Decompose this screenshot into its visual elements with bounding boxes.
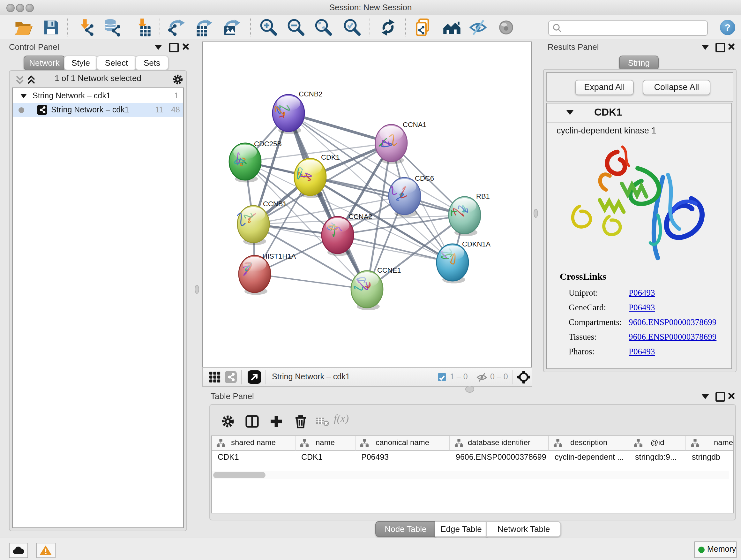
table-panel-float-icon[interactable] bbox=[716, 392, 725, 401]
network-canvas[interactable]: CCNB2 CCNA1 CDC25B CDK1 CDC6 bbox=[202, 42, 532, 368]
refresh-button[interactable] bbox=[379, 18, 398, 37]
network-from-clipboard-button[interactable] bbox=[414, 18, 433, 37]
fit-reposition-icon[interactable] bbox=[517, 370, 530, 384]
column-header--id[interactable]: @id bbox=[629, 436, 686, 451]
node-CDKN1A[interactable]: CDKN1A bbox=[436, 240, 491, 284]
left-splitter-handle[interactable] bbox=[195, 285, 199, 294]
show-eye-button[interactable] bbox=[496, 18, 516, 37]
control-panel-minimize-icon[interactable] bbox=[154, 45, 162, 50]
crosslink-link[interactable]: 9606.ENSP00000378699 bbox=[629, 317, 717, 327]
crosslink-label: Compartments: bbox=[569, 317, 622, 327]
table-panel-minimize-icon[interactable] bbox=[701, 394, 709, 399]
node-CDC6[interactable]: CDC6 bbox=[389, 174, 434, 217]
node-HIST1H1A[interactable]: HIST1H1A bbox=[239, 252, 296, 295]
grid-view-icon[interactable] bbox=[209, 371, 221, 383]
zoom-in-button[interactable] bbox=[259, 18, 278, 37]
export-table-icon bbox=[194, 18, 213, 37]
collapse-protein-icon[interactable] bbox=[566, 110, 574, 115]
home-string-button[interactable] bbox=[442, 18, 461, 37]
table-cell[interactable]: cyclin-dependent ... bbox=[555, 451, 629, 464]
table-cell[interactable]: 9606.ENSP00000378699 bbox=[456, 451, 548, 464]
save-session-button[interactable] bbox=[42, 18, 61, 37]
memory-button[interactable]: Memory bbox=[694, 542, 737, 558]
open-session-button[interactable] bbox=[13, 18, 32, 37]
tab-sets[interactable]: Sets bbox=[135, 56, 169, 70]
toolbar-separator bbox=[369, 18, 370, 37]
column-header-description[interactable]: description bbox=[549, 436, 629, 451]
network-node-count: 11 bbox=[147, 103, 163, 117]
column-header-shared-name[interactable]: shared name bbox=[212, 436, 295, 451]
network-label: String Network – cdk1 bbox=[51, 103, 129, 117]
cloud-button[interactable] bbox=[9, 543, 28, 558]
horizontal-splitter-handle[interactable] bbox=[465, 386, 474, 393]
tab-network-table[interactable]: Network Table bbox=[486, 521, 561, 537]
tab-string[interactable]: String bbox=[619, 56, 659, 70]
table-cell[interactable]: stringdb:9... bbox=[635, 451, 685, 464]
network-collection-row[interactable]: String Network – cdk1 1 bbox=[13, 89, 183, 103]
scrollbar-thumb[interactable] bbox=[213, 472, 266, 478]
tab-node-table[interactable]: Node Table bbox=[375, 521, 436, 537]
column-header-name[interactable]: name bbox=[295, 436, 355, 451]
export-network-button[interactable] bbox=[166, 18, 186, 37]
warnings-button[interactable] bbox=[37, 543, 56, 558]
zoom-fit-button[interactable] bbox=[314, 18, 333, 37]
column-header-namespace[interactable]: namespace bbox=[686, 436, 734, 451]
search-box[interactable] bbox=[548, 20, 708, 36]
hide-selected-button[interactable] bbox=[468, 18, 488, 37]
crosslink-label: Pharos: bbox=[569, 347, 595, 357]
export-table-button[interactable] bbox=[194, 18, 213, 37]
tab-select[interactable]: Select bbox=[96, 56, 137, 70]
tab-network[interactable]: Network bbox=[23, 56, 65, 70]
crosslink-link[interactable]: 9606.ENSP00000378699 bbox=[629, 332, 717, 342]
string-results-buttons: Expand All Collapse All bbox=[546, 72, 733, 102]
table-cell[interactable]: stringdb bbox=[692, 451, 734, 464]
results-panel-float-icon[interactable] bbox=[716, 43, 725, 52]
crosslink-link[interactable]: P06493 bbox=[629, 303, 655, 313]
node-CCNA1[interactable]: CCNA1 bbox=[375, 121, 427, 164]
network-graph[interactable]: CCNB2 CCNA1 CDC25B CDK1 CDC6 bbox=[203, 42, 531, 367]
show-columns-icon[interactable] bbox=[245, 414, 260, 429]
collapse-all-button[interactable]: Collapse All bbox=[643, 80, 711, 95]
control-panel-close-icon[interactable] bbox=[181, 42, 190, 51]
search-input[interactable] bbox=[564, 22, 706, 35]
export-image-button[interactable] bbox=[222, 18, 241, 37]
tab-edge-table[interactable]: Edge Table bbox=[434, 521, 488, 537]
network-row-selected[interactable]: String Network – cdk1 11 48 bbox=[13, 103, 183, 117]
table-panel-close-icon[interactable] bbox=[727, 391, 736, 400]
import-network-database-button[interactable] bbox=[104, 18, 123, 37]
save-session-icon bbox=[42, 18, 61, 37]
results-panel-minimize-icon[interactable] bbox=[701, 45, 709, 50]
export-image-icon bbox=[222, 18, 241, 37]
import-network-file-button[interactable] bbox=[77, 18, 96, 37]
delete-column-icon[interactable] bbox=[293, 414, 308, 429]
zoom-selected-button[interactable] bbox=[343, 18, 362, 37]
help-button[interactable]: ? bbox=[720, 20, 735, 35]
string-network-icon bbox=[37, 105, 47, 115]
crosslink-link[interactable]: P06493 bbox=[629, 347, 655, 357]
table-cell[interactable]: P06493 bbox=[361, 451, 449, 464]
birds-eye-view-icon[interactable] bbox=[248, 370, 261, 384]
create-column-icon[interactable] bbox=[269, 414, 284, 429]
right-splitter-handle[interactable] bbox=[534, 209, 538, 218]
protein-card-header[interactable]: CDK1 bbox=[547, 104, 731, 123]
network-nodes[interactable]: CCNB2 CCNA1 CDC25B CDK1 CDC6 bbox=[229, 90, 491, 310]
table-options-gear-icon[interactable] bbox=[220, 414, 235, 429]
expand-all-button[interactable]: Expand All bbox=[575, 80, 634, 95]
column-header-canonical-name[interactable]: canonical name bbox=[355, 436, 450, 451]
table-cell[interactable]: CDK1 bbox=[301, 451, 355, 464]
node-RB1[interactable]: RB1 bbox=[449, 192, 490, 236]
results-panel-close-icon[interactable] bbox=[727, 42, 736, 51]
control-panel-float-icon[interactable] bbox=[169, 43, 179, 52]
share-view-icon[interactable] bbox=[225, 371, 237, 383]
node-CCNB2[interactable]: CCNB2 bbox=[273, 90, 323, 134]
tab-style[interactable]: Style bbox=[64, 56, 98, 70]
table-cell[interactable]: CDK1 bbox=[218, 451, 295, 464]
column-header-database-identifier[interactable]: database identifier bbox=[450, 436, 549, 451]
collection-expand-icon[interactable] bbox=[20, 94, 27, 98]
zoom-out-button[interactable] bbox=[286, 18, 306, 37]
table-horizontal-scrollbar[interactable] bbox=[212, 471, 729, 479]
network-options-gear-icon[interactable] bbox=[172, 73, 184, 85]
selected-checkbox[interactable] bbox=[438, 373, 446, 381]
import-table-file-button[interactable] bbox=[133, 18, 152, 37]
crosslink-link[interactable]: P06493 bbox=[629, 288, 655, 298]
